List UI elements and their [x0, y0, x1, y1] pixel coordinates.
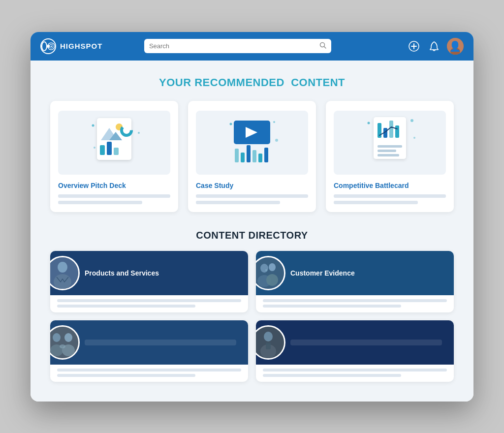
dir-lines-1 — [57, 299, 241, 308]
card-line — [334, 194, 446, 198]
directory-item-3[interactable] — [50, 320, 248, 382]
svg-rect-30 — [252, 150, 256, 162]
svg-point-42 — [410, 119, 413, 122]
card-line — [58, 194, 170, 198]
directory-item-products[interactable]: Products and Services — [50, 251, 248, 312]
svg-rect-31 — [258, 154, 262, 162]
dir-line-short — [263, 305, 401, 308]
search-input[interactable] — [149, 42, 315, 50]
directory-item-customer[interactable]: Customer Evidence — [256, 251, 454, 312]
svg-point-8 — [447, 38, 464, 55]
card-lines-casestudy — [196, 194, 308, 204]
svg-rect-37 — [395, 125, 399, 138]
svg-point-10 — [450, 48, 460, 55]
svg-rect-32 — [264, 148, 268, 162]
svg-rect-62 — [266, 342, 271, 349]
dir-line — [263, 299, 447, 302]
cards-grid: Overview Pitch Deck — [50, 101, 454, 212]
dir-item-header-1: Products and Services — [50, 251, 248, 295]
recommended-title-accent: CONTENT — [291, 76, 345, 89]
search-wrapper — [144, 39, 331, 53]
svg-point-58 — [60, 344, 65, 348]
svg-point-20 — [138, 132, 140, 134]
card-illustration-casestudy — [196, 111, 308, 175]
search-icon — [319, 42, 326, 50]
dir-line-short — [57, 374, 195, 377]
dir-item-title-2: Customer Evidence — [290, 269, 447, 277]
dir-item-body-4 — [256, 365, 454, 382]
card-case-study[interactable]: Case Study — [188, 101, 316, 212]
svg-point-54 — [53, 333, 61, 342]
svg-point-56 — [64, 333, 72, 342]
svg-point-43 — [413, 137, 415, 139]
card-lines-pitchdeck — [58, 194, 170, 204]
card-title-pitchdeck: Overview Pitch Deck — [58, 182, 170, 189]
card-line-short — [58, 201, 142, 204]
svg-point-24 — [230, 123, 232, 125]
svg-rect-28 — [241, 153, 245, 162]
directory-item-4[interactable] — [256, 320, 454, 382]
directory-grid: Products and Services — [50, 251, 454, 382]
directory-title: CONTENT DIRECTORY — [50, 230, 454, 241]
dir-title-placeholder-4 — [290, 340, 442, 345]
card-line-short — [334, 201, 418, 204]
dir-item-body-2 — [256, 295, 454, 312]
header-actions — [407, 38, 464, 55]
card-battlecard[interactable]: Competitive Battlecard — [326, 101, 454, 212]
avatar[interactable] — [447, 38, 464, 55]
dir-item-body-3 — [50, 365, 248, 382]
dir-line-short — [57, 305, 195, 308]
main-content: YOUR RECOMMENDED CONTENT — [31, 61, 473, 402]
header: HIGHSPOT — [31, 32, 473, 61]
svg-rect-17 — [114, 148, 119, 155]
svg-rect-40 — [378, 154, 399, 156]
dir-title-placeholder-3 — [85, 340, 236, 345]
svg-rect-29 — [247, 145, 251, 162]
svg-point-9 — [452, 41, 458, 47]
svg-point-50 — [269, 263, 276, 271]
dir-thumb-1 — [50, 256, 80, 290]
card-line — [196, 194, 308, 198]
svg-rect-27 — [235, 149, 239, 162]
dir-lines-4 — [263, 369, 447, 377]
card-line-short — [196, 201, 280, 204]
svg-point-52 — [265, 269, 267, 271]
svg-rect-38 — [378, 145, 402, 148]
add-button[interactable] — [407, 39, 421, 54]
dir-item-header-3 — [50, 320, 248, 365]
svg-point-26 — [275, 139, 278, 142]
dir-lines-3 — [57, 369, 241, 377]
dir-thumb-3 — [50, 325, 80, 360]
card-illustration-battlecard — [334, 111, 446, 175]
recommended-title: YOUR RECOMMENDED CONTENT — [50, 76, 454, 89]
svg-rect-39 — [378, 150, 396, 152]
svg-rect-36 — [389, 121, 393, 138]
dir-item-header-2: Customer Evidence — [256, 251, 454, 295]
svg-point-2 — [51, 45, 52, 47]
svg-rect-16 — [107, 142, 112, 155]
svg-point-25 — [273, 121, 275, 123]
card-pitch-deck[interactable]: Overview Pitch Deck — [50, 101, 178, 212]
svg-point-48 — [260, 264, 268, 273]
svg-point-60 — [264, 332, 273, 341]
notification-button[interactable] — [427, 39, 441, 54]
dir-lines-2 — [263, 299, 447, 308]
logo-area: HIGHSPOT — [40, 38, 102, 54]
svg-point-19 — [92, 124, 94, 126]
dir-line — [263, 369, 447, 371]
card-title-battlecard: Competitive Battlecard — [334, 182, 446, 189]
svg-point-21 — [94, 147, 95, 149]
svg-point-51 — [266, 274, 278, 286]
app-name: HIGHSPOT — [60, 42, 102, 50]
card-title-casestudy: Case Study — [196, 182, 308, 189]
dir-line — [57, 369, 241, 371]
svg-point-41 — [368, 122, 370, 124]
dir-line-short — [263, 374, 401, 377]
dir-thumb-2 — [256, 256, 285, 290]
directory-heading: CONTENT DIRECTORY — [50, 230, 454, 241]
dir-line — [57, 299, 241, 302]
app-window: HIGHSPOT — [31, 32, 473, 402]
search-bar — [144, 39, 331, 53]
recommended-title-plain: YOUR RECOMMENDED — [159, 76, 284, 89]
svg-point-45 — [58, 262, 67, 273]
